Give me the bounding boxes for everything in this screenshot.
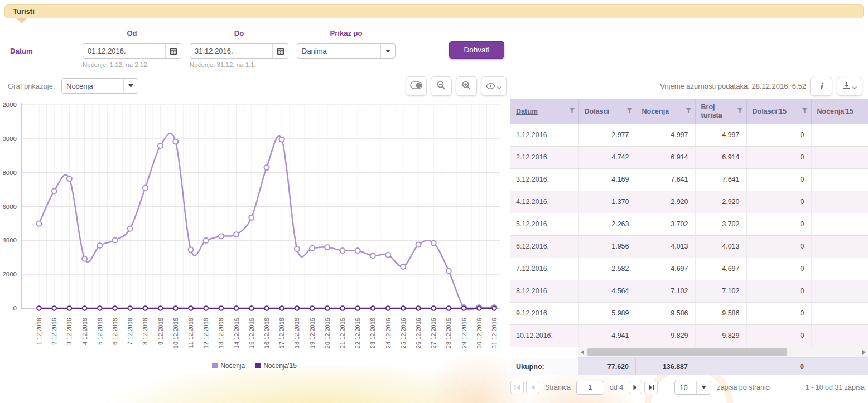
cell-dolasci15: 0 [746, 280, 811, 302]
chart-zoom-in-button[interactable] [456, 76, 477, 96]
tab-turisti[interactable]: Turisti [13, 7, 35, 16]
line-chart[interactable]: 0200040006000800010000120001.12.2016.2.1… [3, 100, 507, 362]
data-point [83, 306, 87, 310]
page-size-select[interactable]: 10 [674, 381, 711, 395]
data-point [371, 306, 375, 310]
cell-nocenja15 [811, 191, 868, 213]
legend-item[interactable]: Noćenja'15 [255, 362, 297, 370]
data-point [37, 306, 41, 310]
cell-datum: 10.12.2016. [510, 324, 578, 347]
previous-page-button[interactable] [526, 381, 539, 394]
data-point [143, 185, 148, 190]
cell-dolasci15: 0 [746, 235, 811, 258]
filter-icon[interactable] [569, 108, 575, 115]
filter-icon[interactable] [626, 108, 633, 115]
dohvati-button[interactable]: Dohvati [449, 41, 504, 59]
legend-item[interactable]: Noćenja [212, 362, 245, 370]
column-label: Datum [516, 108, 538, 115]
svg-text:0: 0 [13, 305, 17, 312]
column-header-datum[interactable]: Datum [510, 99, 578, 124]
chevron-down-icon[interactable] [696, 381, 711, 394]
cell-nocenja: 4.997 [636, 124, 695, 146]
page-of-label: od 4 [610, 383, 623, 391]
cell-datum: 5.12.2016. [510, 213, 578, 235]
column-header-nocenja15[interactable]: Noćenja'15 [811, 99, 868, 124]
svg-text:19.12.2016.: 19.12.2016. [309, 316, 316, 348]
chevron-down-icon[interactable] [123, 79, 138, 93]
data-point [158, 306, 163, 310]
chart-visibility-button[interactable] [481, 76, 507, 96]
first-page-button[interactable] [510, 381, 524, 394]
data-point [370, 253, 375, 258]
data-point [98, 306, 102, 310]
od-note: Noćenje: 1.12. na 2.12. [83, 61, 149, 68]
chevron-down-icon[interactable] [380, 44, 395, 58]
last-page-button[interactable] [644, 381, 658, 394]
svg-text:2.12.2016.: 2.12.2016. [51, 316, 57, 345]
cell-nocenja: 7.641 [636, 168, 695, 191]
results-table: DatumDolasciNoćenjaBroj turistaDolasci'1… [510, 99, 868, 347]
scroll-left-icon[interactable] [580, 349, 585, 355]
column-header-dolasci[interactable]: Dolasci [578, 99, 636, 124]
table-row[interactable]: 8.12.2016.4.5647.1027.1020 [510, 280, 868, 302]
download-button[interactable] [837, 77, 862, 96]
data-point [310, 306, 315, 310]
cell-datum: 4.12.2016. [510, 191, 578, 213]
svg-text:12.12.2016.: 12.12.2016. [202, 316, 209, 348]
column-header-dolasci15[interactable]: Dolasci'15 [746, 99, 811, 124]
data-point [37, 221, 42, 226]
table-row[interactable]: 2.12.2016.4.7426.9146.9140 [510, 146, 868, 168]
filter-icon[interactable] [737, 108, 743, 115]
table-row[interactable]: 1.12.2016.2.9774.9974.9970 [510, 124, 868, 146]
calendar-icon[interactable] [272, 44, 288, 58]
filter-icon[interactable] [686, 108, 692, 115]
data-point [204, 306, 208, 310]
toggle-icon [410, 81, 422, 91]
cell-nocenja15 [811, 168, 868, 191]
table-row[interactable]: 7.12.2016.2.5824.6974.6970 [510, 258, 868, 280]
total-dolasci15: 0 [746, 358, 811, 375]
table-row[interactable]: 10.12.2016.4.9419.8299.8290 [510, 324, 868, 347]
svg-text:20.12.2016.: 20.12.2016. [324, 316, 331, 348]
column-header-nocenja[interactable]: Noćenja [636, 99, 695, 124]
total-nocenja: 136.887 [636, 358, 695, 375]
date-from-input[interactable] [83, 44, 165, 58]
table-row[interactable]: 6.12.2016.1.9564.0134.0130 [510, 235, 868, 258]
page-number-input[interactable] [576, 381, 604, 395]
cell-dolasci15: 0 [746, 302, 811, 324]
info-button[interactable]: i [810, 77, 832, 96]
data-point [492, 306, 496, 310]
prikaz-po-select[interactable]: Danima [297, 43, 396, 59]
svg-text:18.12.2016.: 18.12.2016. [293, 316, 300, 348]
column-header-broj[interactable]: Broj turista [695, 99, 746, 124]
filter-icon[interactable] [802, 108, 808, 115]
table-row[interactable]: 4.12.2016.1.3702.9202.9200 [510, 191, 868, 213]
data-point [325, 245, 330, 250]
graf-prikazuje-value: Noćenja [62, 79, 123, 93]
cell-dolasci: 4.742 [578, 146, 636, 168]
date-to-input[interactable] [190, 44, 272, 58]
data-point [128, 226, 133, 231]
data-point [462, 306, 466, 310]
cell-broj: 4.013 [695, 235, 746, 258]
graf-prikazuje-select[interactable]: Noćenja [61, 78, 138, 94]
chart-toggle-button[interactable] [406, 76, 427, 96]
data-point [158, 143, 163, 148]
data-point [386, 306, 390, 310]
table-row[interactable]: 3.12.2016.4.1697.6417.6410 [510, 168, 868, 191]
table-row[interactable]: 5.12.2016.2.2633.7023.7020 [510, 213, 868, 235]
scroll-right-icon[interactable] [861, 349, 867, 355]
cell-datum: 6.12.2016. [510, 235, 578, 258]
svg-text:7.12.2016.: 7.12.2016. [127, 316, 133, 345]
do-note: Noćenje: 31.12. na 1.1. [190, 61, 256, 68]
data-point [52, 306, 56, 310]
horizontal-scrollbar[interactable] [578, 347, 868, 358]
cell-broj: 4.697 [695, 258, 746, 280]
chart-zoom-out-button[interactable] [431, 76, 452, 96]
table-row[interactable]: 9.12.2016.5.9899.5869.5860 [510, 302, 868, 324]
data-point [52, 188, 57, 193]
next-page-button[interactable] [629, 381, 642, 394]
calendar-icon[interactable] [165, 44, 181, 58]
scrollbar-thumb[interactable] [587, 348, 787, 356]
cell-nocenja: 2.920 [636, 191, 695, 213]
